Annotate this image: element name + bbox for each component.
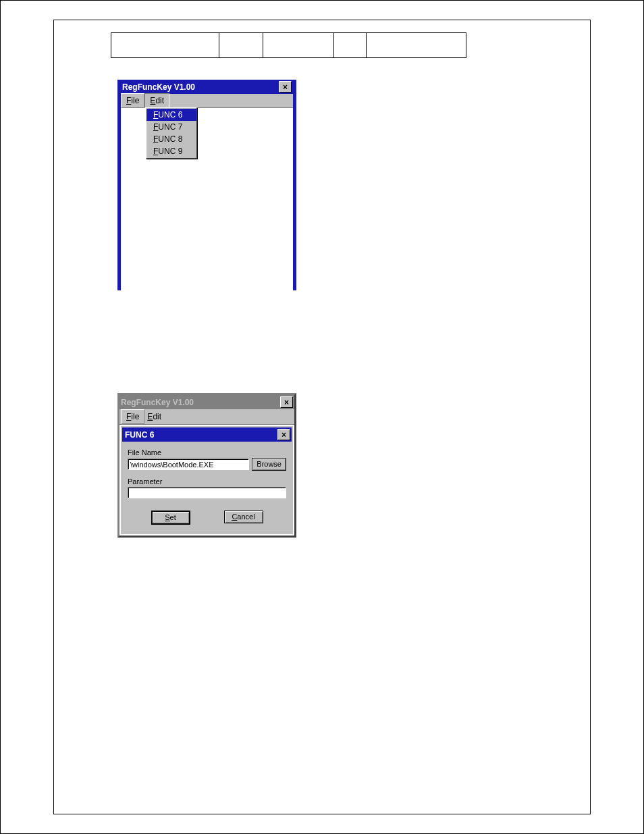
window-regfunckey-menu: RegFuncKey V1.00 × File Edit FUNC 6 FUNC…: [117, 80, 296, 290]
dialog-title: FUNC 6: [125, 430, 154, 440]
menu-edit[interactable]: Edit: [144, 410, 166, 423]
dialog-body: File Name Browse Parameter Set: [122, 442, 292, 533]
menu-edit-rest: dit: [155, 96, 164, 105]
window-regfunckey-form: RegFuncKey V1.00 × File Edit FUNC 6 × Fi…: [117, 393, 296, 538]
dialog-titlebar[interactable]: FUNC 6 ×: [122, 427, 292, 442]
filename-input[interactable]: [128, 459, 249, 470]
header-cell: [367, 32, 466, 58]
dropdown-item-func7[interactable]: FUNC 7: [146, 121, 196, 133]
header-cell: [263, 32, 334, 58]
titlebar-inactive[interactable]: RegFuncKey V1.00 ×: [119, 395, 294, 409]
close-icon[interactable]: ×: [280, 396, 293, 408]
dropdown-item-func8[interactable]: FUNC 8: [146, 133, 196, 145]
header-cell: [111, 32, 219, 58]
edit-dropdown: FUNC 6 FUNC 7 FUNC 8 FUNC 9: [146, 107, 197, 159]
close-icon[interactable]: ×: [277, 429, 290, 440]
header-table: [111, 32, 527, 58]
page-inner-frame: RegFuncKey V1.00 × File Edit FUNC 6 FUNC…: [53, 20, 591, 814]
menubar: File Edit: [121, 94, 293, 108]
set-button[interactable]: Set: [151, 511, 190, 525]
window-title: RegFuncKey V1.00: [121, 398, 194, 407]
close-icon[interactable]: ×: [279, 81, 292, 93]
header-cell: [219, 32, 263, 58]
browse-button[interactable]: Browse: [252, 458, 286, 471]
menu-file-rest: ile: [131, 96, 139, 105]
menu-file[interactable]: File: [121, 409, 144, 424]
parameter-label: Parameter: [128, 477, 286, 486]
dropdown-item-func9[interactable]: FUNC 9: [146, 145, 196, 157]
titlebar[interactable]: RegFuncKey V1.00 ×: [121, 80, 293, 94]
cancel-button[interactable]: Cancel: [224, 511, 263, 523]
menu-file[interactable]: File: [121, 93, 144, 108]
menubar: File Edit: [119, 409, 294, 425]
header-cell: [334, 32, 367, 58]
menu-edit[interactable]: Edit: [144, 93, 169, 108]
page: RegFuncKey V1.00 × File Edit FUNC 6 FUNC…: [0, 0, 644, 834]
filename-label: File Name: [128, 448, 286, 457]
dropdown-item-func6[interactable]: FUNC 6: [146, 109, 196, 121]
parameter-input[interactable]: [128, 487, 286, 498]
dialog-func6: FUNC 6 × File Name Browse Parameter: [121, 426, 293, 534]
window-title: RegFuncKey V1.00: [122, 82, 195, 92]
